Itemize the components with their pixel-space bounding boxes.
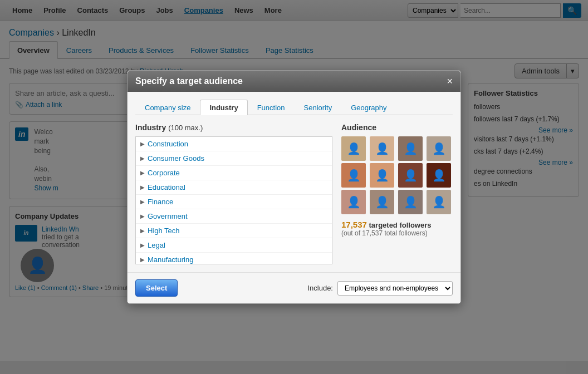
audience-photo-2: 👤 [370,136,394,161]
industry-construction[interactable]: ▶ Construction [136,137,332,151]
modal-content: Industry (100 max.) ▶ Construction ▶ Con… [135,123,453,264]
modal-body: Company size Industry Function Seniority… [128,92,460,272]
modal-tab-function[interactable]: Function [248,100,295,115]
modal-tab-seniority[interactable]: Seniority [295,100,342,115]
include-area: Include: Employees and non-employees Emp… [307,281,453,296]
industry-list-area: Industry (100 max.) ▶ Construction ▶ Con… [135,123,332,264]
expand-arrow: ▶ [140,228,145,234]
industry-legal[interactable]: ▶ Legal [136,238,332,253]
select-button[interactable]: Select [135,279,178,297]
expand-arrow: ▶ [140,184,145,190]
industry-government[interactable]: ▶ Government [136,209,332,224]
audience-photo-7: 👤 [398,163,423,188]
audience-photo-10: 👤 [370,190,394,214]
audience-area: Audience 👤 👤 👤 👤 👤 👤 👤 👤 👤 [341,123,453,264]
audience-photo-6: 👤 [370,163,394,188]
audience-title: Audience [341,123,453,132]
target-audience-modal: Specify a target audience × Company size… [127,70,461,304]
industry-educational[interactable]: ▶ Educational [136,180,332,195]
include-dropdown[interactable]: Employees and non-employees Employees on… [337,281,453,296]
expand-arrow: ▶ [140,141,145,147]
industry-high-tech[interactable]: ▶ High Tech [136,224,332,238]
modal-header: Specify a target audience × [128,71,460,92]
expand-arrow: ▶ [140,170,145,176]
targeted-sub: (out of 17,537 total followers) [341,229,453,237]
audience-photo-11: 👤 [398,190,423,214]
audience-photo-3: 👤 [398,136,423,161]
expand-arrow: ▶ [140,213,145,219]
expand-arrow: ▶ [140,242,145,248]
expand-arrow: ▶ [140,257,145,263]
targeted-count-area: 17,537 targeted followers [341,220,453,229]
audience-photo-12: 👤 [427,190,451,214]
industry-list: ▶ Construction ▶ Consumer Goods ▶ Corpor… [135,136,332,264]
modal-close-button[interactable]: × [447,76,453,86]
targeted-number: 17,537 [341,220,367,229]
include-label: Include: [307,284,333,292]
modal-title: Specify a target audience [135,76,243,86]
expand-arrow: ▶ [140,199,145,205]
modal-tabs: Company size Industry Function Seniority… [135,100,453,115]
audience-photo-4: 👤 [427,136,451,161]
expand-arrow: ▶ [140,155,145,161]
modal-tab-industry[interactable]: Industry [200,100,247,115]
modal-tab-company-size[interactable]: Company size [135,100,200,115]
industry-finance[interactable]: ▶ Finance [136,195,332,209]
industry-manufacturing[interactable]: ▶ Manufacturing [136,253,332,264]
audience-photo-8: 👤 [427,163,451,188]
industry-consumer-goods[interactable]: ▶ Consumer Goods [136,151,332,166]
industry-title: Industry (100 max.) [135,123,332,132]
audience-photos: 👤 👤 👤 👤 👤 👤 👤 👤 👤 👤 👤 👤 [341,136,453,214]
audience-photo-5: 👤 [341,163,366,188]
targeted-label: targeted followers [369,221,432,229]
modal-tab-geography[interactable]: Geography [341,100,396,115]
audience-photo-9: 👤 [341,190,366,214]
industry-corporate[interactable]: ▶ Corporate [136,166,332,180]
audience-photo-1: 👤 [341,136,366,161]
modal-footer: Select Include: Employees and non-employ… [128,272,460,303]
modal-overlay: Specify a target audience × Company size… [0,0,588,361]
